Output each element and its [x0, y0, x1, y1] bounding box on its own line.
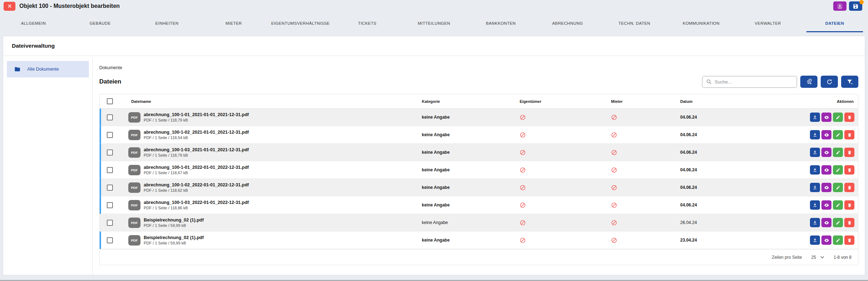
- tab-techn-daten[interactable]: TECHN. DATEN: [601, 12, 668, 32]
- tab-mitteilungen[interactable]: MITTEILUNGEN: [401, 12, 467, 32]
- view-button[interactable]: [821, 183, 831, 192]
- rows-per-page-select[interactable]: 25: [811, 255, 824, 260]
- close-button[interactable]: [4, 2, 15, 11]
- tab-gebäude[interactable]: GEBÄUDE: [67, 12, 133, 32]
- tab-mieter[interactable]: MIETER: [200, 12, 267, 32]
- save-button[interactable]: [849, 1, 862, 11]
- download-button[interactable]: [810, 165, 820, 175]
- table-row[interactable]: PDF abrechnung_100-1-01_2022-01-01_2022-…: [100, 161, 858, 179]
- category-cell: keine Angabe: [422, 132, 513, 137]
- upload-attachment-button[interactable]: [800, 76, 817, 88]
- trash-icon: [847, 203, 852, 208]
- row-checkbox[interactable]: [107, 149, 113, 156]
- filter-button[interactable]: [841, 76, 858, 88]
- download-icon: [812, 203, 817, 208]
- download-button[interactable]: [810, 183, 820, 192]
- row-checkbox[interactable]: [107, 202, 113, 208]
- table-row[interactable]: PDF Beispielrechnung_02 (1).pdf PDF / 1 …: [100, 214, 858, 232]
- table-row[interactable]: PDF Beispielrechnung_02 (1).pdf PDF / 1 …: [100, 232, 858, 249]
- edit-button[interactable]: [833, 165, 843, 175]
- ban-icon: [520, 167, 526, 173]
- select-all-checkbox[interactable]: [107, 98, 113, 104]
- file-meta: PDF / 1 Seite / 118,54 kB: [144, 135, 249, 140]
- edit-button[interactable]: [833, 148, 843, 157]
- pencil-icon: [836, 203, 840, 208]
- tab-tickets[interactable]: TICKETS: [334, 12, 401, 32]
- table-row[interactable]: PDF abrechnung_100-1-03_2022-01-01_2022-…: [100, 196, 858, 214]
- table-row[interactable]: PDF abrechnung_100-1-02_2021-01-01_2021-…: [100, 126, 858, 144]
- download-button[interactable]: [810, 235, 820, 245]
- download-button[interactable]: [810, 130, 820, 139]
- date-cell: 04.06.24: [674, 167, 782, 172]
- delete-button[interactable]: [844, 200, 854, 210]
- file-name: abrechnung_100-1-03_2022-01-01_2022-12-3…: [144, 200, 249, 205]
- view-button[interactable]: [821, 130, 831, 139]
- eye-icon: [824, 238, 829, 243]
- owner-cell: [513, 114, 605, 120]
- view-button[interactable]: [821, 148, 831, 157]
- tab-verwalter[interactable]: VERWALTER: [734, 12, 801, 32]
- view-button[interactable]: [821, 165, 831, 175]
- file-meta: PDF / 1 Seite / 59,99 kB: [144, 223, 204, 228]
- download-button[interactable]: [810, 200, 820, 210]
- save-floppy-icon: [853, 3, 859, 9]
- tab-abrechnung[interactable]: ABRECHNUNG: [534, 12, 601, 32]
- tab-eigentumsverhältnisse[interactable]: EIGENTUMSVERHÄLTNISSE: [267, 12, 334, 32]
- tab-bankkonten[interactable]: BANKKONTEN: [467, 12, 534, 32]
- view-button[interactable]: [821, 113, 831, 122]
- eye-icon: [824, 115, 829, 120]
- tab-kommunikation[interactable]: KOMMUNIKATION: [668, 12, 734, 32]
- edit-button[interactable]: [833, 130, 843, 139]
- delete-button[interactable]: [844, 165, 854, 175]
- tab-allgemein[interactable]: ALLGEMEIN: [0, 12, 67, 32]
- row-checkbox[interactable]: [107, 237, 113, 243]
- search-input[interactable]: [715, 79, 793, 85]
- pencil-icon: [836, 150, 840, 155]
- edit-button[interactable]: [833, 218, 843, 227]
- row-checkbox[interactable]: [107, 114, 113, 120]
- download-icon: [812, 185, 817, 190]
- owner-cell: [513, 202, 605, 208]
- pencil-icon: [836, 133, 840, 137]
- table-row[interactable]: PDF abrechnung_100-1-01_2021-01-01_2021-…: [100, 109, 858, 126]
- tab-dateien[interactable]: DATEIEN: [801, 12, 868, 32]
- tenant-cell: [605, 149, 674, 156]
- date-cell: 04.06.24: [674, 132, 782, 137]
- download-button[interactable]: [810, 148, 820, 157]
- edit-button[interactable]: [833, 183, 843, 192]
- import-button[interactable]: [833, 1, 846, 11]
- row-checkbox[interactable]: [107, 220, 113, 226]
- delete-button[interactable]: [844, 218, 854, 227]
- tab-label: BANKKONTEN: [486, 21, 516, 25]
- breadcrumb: Dokumente: [99, 65, 858, 70]
- view-button[interactable]: [821, 235, 831, 245]
- view-button[interactable]: [821, 200, 831, 210]
- edit-button[interactable]: [833, 113, 843, 122]
- pencil-icon: [836, 115, 840, 120]
- row-checkbox[interactable]: [107, 185, 113, 191]
- filter-funnel-icon: [846, 78, 853, 85]
- edit-button[interactable]: [833, 200, 843, 210]
- download-button[interactable]: [810, 218, 820, 227]
- tab-einheiten[interactable]: EINHEITEN: [134, 12, 200, 32]
- download-button[interactable]: [810, 113, 820, 122]
- table-row[interactable]: PDF abrechnung_100-1-03_2021-01-01_2021-…: [100, 144, 858, 161]
- date-cell: 04.06.24: [674, 150, 782, 155]
- ban-icon: [611, 202, 617, 208]
- delete-button[interactable]: [844, 235, 854, 245]
- tab-label: ABRECHNUNG: [552, 21, 583, 25]
- row-checkbox[interactable]: [107, 132, 113, 138]
- delete-button[interactable]: [844, 130, 854, 139]
- delete-button[interactable]: [844, 183, 854, 192]
- table-row[interactable]: PDF abrechnung_100-1-02_2022-01-01_2022-…: [100, 179, 858, 196]
- sidebar-item-alle-dokumente[interactable]: Alle Dokumente: [7, 61, 89, 77]
- row-checkbox[interactable]: [107, 167, 113, 173]
- tab-label: MIETER: [225, 21, 242, 25]
- trash-icon: [847, 185, 852, 190]
- view-button[interactable]: [821, 218, 831, 227]
- delete-button[interactable]: [844, 148, 854, 157]
- trash-icon: [847, 133, 852, 137]
- delete-button[interactable]: [844, 113, 854, 122]
- edit-button[interactable]: [833, 235, 843, 245]
- refresh-button[interactable]: [821, 76, 838, 88]
